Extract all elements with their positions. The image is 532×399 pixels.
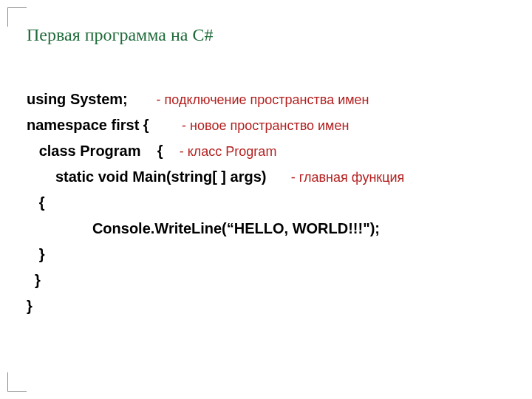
code-line: class Program { - класс Program: [27, 138, 505, 164]
code-text: class Program {: [27, 143, 180, 159]
code-line: }: [27, 293, 505, 319]
code-line: namespace first { - новое пространство и…: [27, 112, 505, 138]
code-text: using System;: [27, 91, 157, 107]
code-line: static void Main(string[ ] args) - главн…: [27, 164, 505, 190]
code-line: }: [27, 242, 505, 267]
code-line: }: [27, 267, 505, 293]
code-text: Console.WriteLine(“HELLO, WORLD!!!");: [27, 220, 380, 236]
corner-decoration-bl: [7, 372, 27, 392]
code-line: using System; - подключение пространства…: [27, 86, 505, 112]
code-text: }: [27, 298, 33, 314]
code-comment: - новое пространство имен: [182, 118, 349, 133]
code-text: static void Main(string[ ] args): [27, 168, 291, 185]
code-text: }: [27, 246, 44, 262]
code-text: {: [27, 194, 44, 211]
code-comment: - подключение пространства имен: [157, 92, 369, 107]
code-line: Console.WriteLine(“HELLO, WORLD!!!");: [27, 216, 505, 242]
code-comment: - класс Program: [180, 144, 277, 159]
code-text: namespace first {: [27, 117, 182, 133]
code-line: {: [27, 190, 505, 216]
corner-decoration-tl: [7, 7, 27, 27]
slide-title: Первая программа на C#: [27, 25, 505, 45]
code-block: using System; - подключение пространства…: [27, 86, 505, 319]
code-text: }: [27, 272, 41, 288]
code-comment: - главная функция: [291, 170, 404, 185]
